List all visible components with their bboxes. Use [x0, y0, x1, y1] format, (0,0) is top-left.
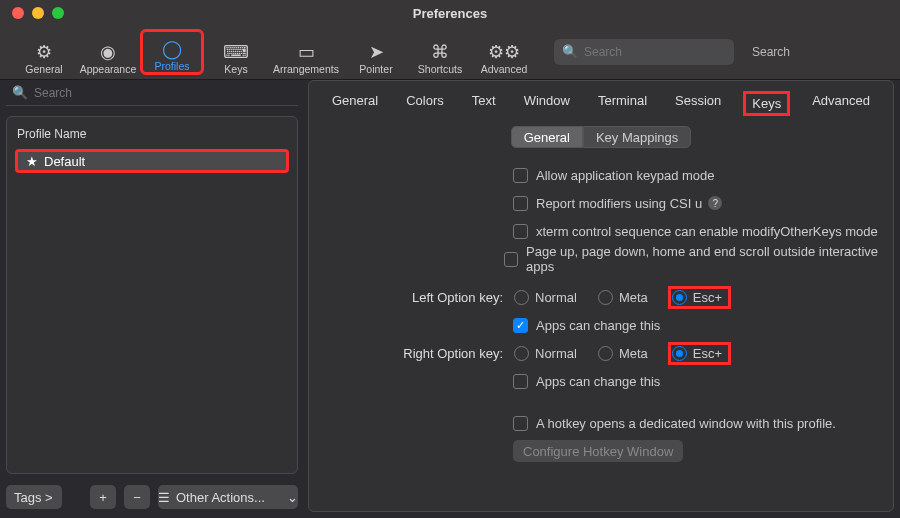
pointer-icon: ➤	[369, 43, 384, 61]
star-icon: ★	[26, 154, 38, 169]
toolbar-advanced[interactable]: ⚙⚙Advanced	[472, 29, 536, 75]
right-opt-normal[interactable]: Normal	[513, 345, 583, 362]
subtab-session[interactable]: Session	[669, 91, 727, 116]
configure-hotkey-button[interactable]: Configure Hotkey Window	[513, 440, 683, 462]
titlebar: Preferences	[0, 0, 900, 26]
subtab-general[interactable]: General	[326, 91, 384, 116]
profile-row-default[interactable]: ★ Default	[15, 149, 289, 173]
other-actions-dropdown[interactable]: ☰ Other Actions... ⌄	[158, 485, 298, 509]
content: 🔍 Profile Name ★ Default Tags > + − ☰ Ot…	[6, 80, 894, 512]
profile-list-header: Profile Name	[17, 127, 287, 141]
left-opt-normal[interactable]: Normal	[513, 289, 583, 306]
windows-icon: ▭	[298, 43, 315, 61]
profile-subtabs: General Colors Text Window Terminal Sess…	[323, 91, 879, 116]
menu-icon: ☰	[158, 490, 170, 505]
main-panel: General Colors Text Window Terminal Sess…	[308, 80, 894, 512]
chk-hotkey-window[interactable]	[513, 416, 528, 431]
command-icon: ⌘	[431, 43, 449, 61]
sidebar-search-input[interactable]	[34, 86, 292, 100]
add-profile-button[interactable]: +	[90, 485, 116, 509]
gear-icon: ⚙	[36, 43, 52, 61]
person-icon: ◯	[162, 40, 182, 58]
subtab-terminal[interactable]: Terminal	[592, 91, 653, 116]
subtab-text[interactable]: Text	[466, 91, 502, 116]
zoom-window-button[interactable]	[52, 7, 64, 19]
keys-segmented: General Key Mappings	[323, 126, 879, 148]
keys-form: Allow application keypad mode Report mod…	[393, 164, 879, 462]
chk-right-apps-change[interactable]	[513, 374, 528, 389]
close-window-button[interactable]	[12, 7, 24, 19]
seg-key-mappings[interactable]: Key Mappings	[583, 126, 691, 148]
subtab-advanced[interactable]: Advanced	[806, 91, 876, 116]
right-opt-escplus[interactable]: Esc+	[668, 342, 731, 365]
minimize-window-button[interactable]	[32, 7, 44, 19]
search-icon: 🔍	[562, 44, 578, 59]
sidebar-bottom-bar: Tags > + − ☰ Other Actions... ⌄	[6, 482, 298, 512]
sidebar-search[interactable]: 🔍	[6, 80, 298, 106]
toolbar-arrangements[interactable]: ▭Arrangements	[268, 29, 344, 75]
profile-name: Default	[44, 154, 85, 169]
gears-icon: ⚙⚙	[488, 43, 520, 61]
right-opt-meta[interactable]: Meta	[597, 345, 654, 362]
toolbar-search-input[interactable]	[584, 45, 734, 59]
chk-left-apps-change[interactable]: ✓	[513, 318, 528, 333]
toolbar-keys[interactable]: ⌨Keys	[204, 29, 268, 75]
left-opt-meta[interactable]: Meta	[597, 289, 654, 306]
toolbar: ⚙General ◉Appearance ◯Profiles ⌨Keys ▭Ar…	[0, 26, 900, 80]
left-opt-escplus[interactable]: Esc+	[668, 286, 731, 309]
subtab-window[interactable]: Window	[518, 91, 576, 116]
chk-page-scroll[interactable]	[504, 252, 518, 267]
subtab-colors[interactable]: Colors	[400, 91, 450, 116]
toolbar-search[interactable]: 🔍	[554, 39, 734, 65]
toolbar-search-label: Search	[752, 45, 790, 59]
chk-report-csi[interactable]	[513, 196, 528, 211]
chk-allow-keypad[interactable]	[513, 168, 528, 183]
search-icon: 🔍	[12, 85, 28, 100]
sidebar: 🔍 Profile Name ★ Default Tags > + − ☰ Ot…	[6, 80, 298, 512]
right-option-label: Right Option key:	[393, 346, 513, 361]
toolbar-general[interactable]: ⚙General	[12, 29, 76, 75]
window-controls	[12, 7, 64, 19]
toolbar-profiles[interactable]: ◯Profiles	[140, 29, 204, 75]
toolbar-appearance[interactable]: ◉Appearance	[76, 29, 140, 75]
window-title: Preferences	[413, 6, 487, 21]
eye-icon: ◉	[100, 43, 116, 61]
toolbar-shortcuts[interactable]: ⌘Shortcuts	[408, 29, 472, 75]
chevron-down-icon: ⌄	[287, 490, 298, 505]
subtab-keys[interactable]: Keys	[743, 91, 790, 116]
help-icon[interactable]: ?	[708, 196, 722, 210]
left-option-label: Left Option key:	[393, 290, 513, 305]
chk-xterm-modify[interactable]	[513, 224, 528, 239]
toolbar-pointer[interactable]: ➤Pointer	[344, 29, 408, 75]
tags-button[interactable]: Tags >	[6, 485, 62, 509]
plus-icon: +	[99, 490, 107, 505]
keyboard-icon: ⌨	[223, 43, 249, 61]
seg-general[interactable]: General	[511, 126, 583, 148]
remove-profile-button[interactable]: −	[124, 485, 150, 509]
minus-icon: −	[133, 490, 141, 505]
profile-list: Profile Name ★ Default	[6, 116, 298, 474]
